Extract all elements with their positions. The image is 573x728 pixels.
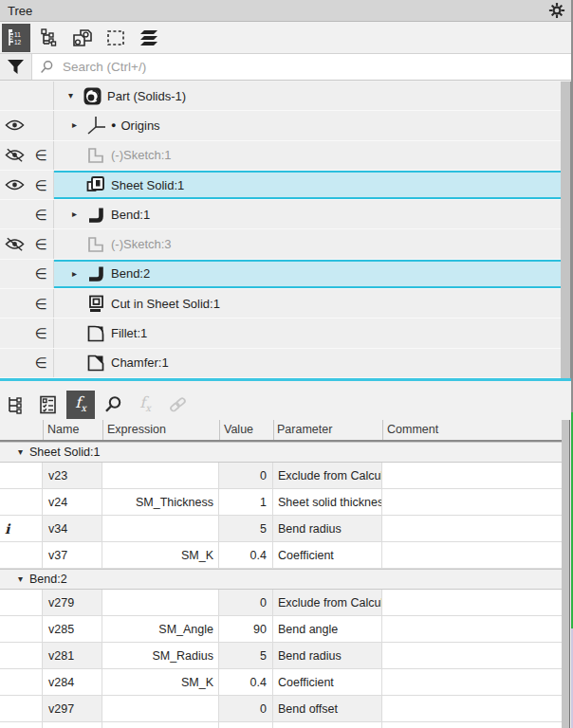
variable-name: v24	[43, 489, 102, 516]
column-header-parameter[interactable]: Parameter	[277, 423, 332, 436]
eye-hidden-icon[interactable]	[0, 236, 28, 252]
link-button	[163, 391, 192, 419]
variable-row[interactable]: v297 0 Bend offset	[0, 696, 562, 722]
column-header-name[interactable]: Name	[47, 423, 79, 436]
variable-parameter: Coefficient	[273, 669, 382, 696]
tree-view-button[interactable]	[2, 391, 30, 419]
variable-comment[interactable]	[382, 590, 562, 616]
panel-title: Tree	[8, 4, 32, 18]
variable-comment[interactable]	[382, 489, 562, 516]
tree-row-fillet[interactable]: ∈ Fillet:1	[0, 318, 561, 348]
expand-arrow-icon[interactable]: ▸	[72, 209, 85, 219]
variable-expression[interactable]	[102, 516, 219, 542]
element-of-icon: ∈	[28, 297, 53, 311]
search-row	[0, 53, 573, 81]
variable-comment[interactable]	[382, 542, 562, 569]
origins-icon	[85, 115, 106, 136]
variable-expression[interactable]	[102, 696, 219, 722]
tree-item-label: Cut in Sheet Solid:1	[111, 297, 220, 311]
variable-comment[interactable]	[382, 516, 562, 542]
variable-comment[interactable]	[382, 616, 562, 643]
variable-comment[interactable]	[382, 463, 562, 489]
eye-hidden-icon[interactable]	[0, 147, 28, 163]
variable-expression[interactable]: SM_Angle	[102, 616, 219, 643]
eye-icon[interactable]	[0, 178, 28, 191]
variable-comment[interactable]	[382, 696, 562, 722]
variable-expression[interactable]: SM_K	[102, 669, 219, 696]
tree-row-sheet-solid[interactable]: ∈ Sheet Solid:1	[0, 171, 561, 200]
variable-comment[interactable]	[382, 669, 562, 696]
variable-row[interactable]: v24 SM_Thickness 1 Sheet solid thickness	[0, 489, 562, 516]
collapse-arrow-icon[interactable]: ▾	[18, 574, 23, 584]
expand-arrow-icon[interactable]: ▾	[68, 91, 82, 100]
marquee-select-button[interactable]	[102, 24, 130, 52]
variable-value: 1	[219, 489, 273, 516]
column-header-value[interactable]: Value	[224, 423, 253, 436]
column-header-expression[interactable]: Expression	[107, 423, 166, 436]
variable-expression[interactable]	[102, 722, 219, 728]
gear-icon[interactable]	[548, 2, 565, 19]
tree-row-part[interactable]: ▾ Part (Solids-1)	[0, 82, 561, 111]
section-title: Bend:2	[29, 573, 67, 586]
section-header-bend2[interactable]: ▾ Bend:2	[0, 569, 562, 590]
element-of-icon: ∈	[28, 178, 53, 192]
variable-row[interactable]: v299 0 Angle of bend 1	[0, 722, 562, 728]
variable-row[interactable]: v285 SM_Angle 90 Bend angle	[0, 616, 562, 643]
variable-name: v23	[43, 463, 102, 489]
search-field[interactable]	[32, 54, 573, 80]
filter-button[interactable]	[0, 54, 32, 80]
variable-row[interactable]: v37 SM_K 0.4 Coefficient	[0, 542, 562, 569]
eye-icon[interactable]	[0, 118, 28, 132]
tree-row-sketch3[interactable]: ∈ (-)Sketch:3	[0, 229, 561, 259]
variable-parameter: Bend angle	[273, 616, 382, 643]
variable-parameter: Exclude from Calculation	[273, 590, 382, 616]
tree-numbered-button[interactable]: 11 12 2	[2, 24, 30, 52]
variable-comment[interactable]	[382, 643, 562, 669]
search-variables-button[interactable]	[99, 391, 127, 419]
search-input[interactable]	[61, 59, 573, 75]
tree-row-sketch1[interactable]: ∈ (-)Sketch:1	[0, 141, 561, 171]
variable-expression[interactable]	[102, 463, 219, 489]
expand-arrow-icon[interactable]: ▸	[72, 269, 85, 279]
fx-variables-button[interactable]: fx	[66, 391, 95, 419]
layers-button[interactable]	[135, 24, 163, 52]
variables-table: ▾ Sheet Solid:1 v23 0 Exclude from Calcu…	[0, 442, 562, 728]
tree-row-cut-in-sheet-solid[interactable]: ∈ Cut in Sheet Solid:1	[0, 289, 561, 318]
element-of-icon: ∈	[28, 148, 53, 162]
svg-text:11: 11	[14, 31, 21, 38]
column-header-comment[interactable]: Comment	[387, 423, 438, 436]
parameters-list-button[interactable]	[34, 391, 63, 419]
variable-row[interactable]: v281 SM_Radius 5 Bend radius	[0, 643, 562, 669]
element-of-icon: ∈	[28, 208, 53, 222]
variable-name: v297	[43, 696, 102, 722]
tree-row-bend1[interactable]: ∈ ▸ Bend:1	[0, 200, 561, 229]
variable-value: 5	[219, 516, 273, 542]
svg-text:12: 12	[14, 39, 22, 46]
panel-titlebar: Tree	[0, 0, 573, 22]
variable-row[interactable]: v279 0 Exclude from Calculation	[0, 590, 562, 616]
expand-arrow-icon[interactable]: ▸	[72, 120, 85, 130]
info-marker-icon: i	[0, 521, 9, 537]
tree-row-bend2[interactable]: ∈ ▸ Bend:2	[0, 260, 561, 289]
variable-comment[interactable]	[382, 722, 562, 728]
variable-expression[interactable]: SM_K	[102, 542, 219, 569]
variable-expression[interactable]: SM_Radius	[102, 643, 219, 669]
collapse-arrow-icon[interactable]: ▾	[18, 447, 23, 457]
table-scrollbar[interactable]	[562, 420, 569, 728]
section-header-sheet-solid[interactable]: ▾ Sheet Solid:1	[0, 442, 562, 463]
tree-scrollbar[interactable]	[561, 82, 570, 378]
variable-row[interactable]: i v34 5 Bend radius	[0, 516, 562, 542]
tree-row-origins[interactable]: ▸ ● Origins	[0, 111, 561, 140]
variable-row[interactable]: v23 0 Exclude from Calculation	[0, 463, 562, 489]
variable-name: v285	[43, 616, 102, 643]
tree-structure-button[interactable]	[35, 24, 64, 52]
tree-row-chamfer[interactable]: ∈ Chamfer:1	[0, 349, 561, 378]
sheet-solid-icon	[85, 174, 106, 195]
relations-button[interactable]	[68, 24, 97, 52]
variable-row[interactable]: v284 SM_K 0.4 Coefficient	[0, 669, 562, 696]
variable-value: 90	[219, 616, 273, 643]
variable-expression[interactable]: SM_Thickness	[102, 489, 219, 516]
variable-parameter: Bend radius	[273, 516, 382, 542]
variable-expression[interactable]	[102, 590, 219, 616]
variable-parameter: Sheet solid thickness	[273, 489, 382, 516]
